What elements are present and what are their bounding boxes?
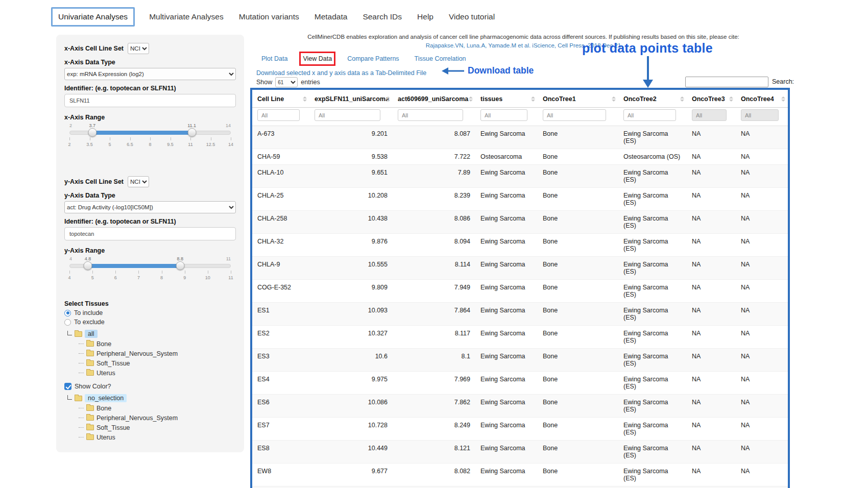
radio-to-exclude[interactable]: To exclude [64, 319, 236, 326]
tree-item[interactable]: Soft_Tissue [79, 423, 236, 432]
table-cell: Bone [538, 280, 618, 303]
slider-handle-right[interactable] [187, 128, 196, 137]
slider-bar[interactable] [88, 264, 180, 268]
nav-tab-search-ids[interactable]: Search IDs [361, 8, 403, 26]
column-filter-input[interactable] [315, 109, 380, 121]
tree-item[interactable]: Soft_Tissue [79, 358, 236, 368]
table-row[interactable]: COG-E-3529.8097.949Ewing SarcomaBoneEwin… [252, 280, 788, 303]
tree-expand-icon[interactable] [67, 395, 72, 400]
filter-row [252, 108, 788, 126]
table-row[interactable]: ES310.68.1Ewing SarcomaBoneEwing Sarcoma… [252, 349, 788, 372]
nav-tab-help[interactable]: Help [416, 8, 435, 26]
sort-icon[interactable] [729, 96, 733, 102]
column-filter-input[interactable] [543, 109, 606, 121]
table-cell: Bone [538, 257, 618, 280]
sort-icon[interactable] [612, 96, 616, 102]
tree-expand-icon[interactable] [67, 331, 72, 335]
table-cell: Bone [538, 486, 618, 488]
table-row[interactable]: ES710.7288.249Ewing SarcomaBoneEwing Sar… [252, 418, 788, 441]
show-color-checkbox-row[interactable]: Show Color? [64, 383, 236, 390]
column-filter-input[interactable] [741, 109, 779, 121]
tab-tissue-correlation[interactable]: Tissue Correlation [415, 55, 466, 62]
table-row[interactable]: ES210.3278.117Ewing SarcomaBoneEwing Sar… [252, 326, 788, 349]
nav-tab-multivariate-analyses[interactable]: Multivariate Analyses [148, 8, 225, 26]
table-row[interactable]: CHLA-329.8768.094Ewing SarcomaBoneEwing … [252, 234, 788, 257]
download-data-link[interactable]: Download selected x and y axis data as a… [256, 69, 426, 77]
table-row[interactable]: CHA-599.5387.722OsteosarcomaBoneOsteosar… [252, 149, 788, 165]
table-cell: NA [736, 188, 788, 211]
table-row[interactable]: A-6739.2018.087Ewing SarcomaBoneEwing Sa… [252, 126, 788, 149]
tree-item[interactable]: Bone [79, 339, 236, 349]
table-row[interactable]: EW89.6778.082Ewing SarcomaBoneEwing Sarc… [252, 463, 788, 486]
y-range-slider[interactable]: 4 11 4.8 8.8 4567891011 [69, 256, 231, 287]
sort-icon[interactable] [303, 96, 307, 102]
table-search-input[interactable] [685, 77, 768, 87]
sort-icon[interactable] [680, 96, 684, 102]
x-identifier-input[interactable] [64, 94, 236, 107]
column-header[interactable]: OncoTree3 [687, 90, 736, 108]
table-row[interactable]: HOS9.1547.803OsteosarcomaBoneOsteosarcom… [252, 486, 788, 488]
y-identifier-input[interactable] [64, 227, 236, 240]
tree-item[interactable]: Uterus [79, 368, 236, 378]
table-row[interactable]: CHLA-910.5558.114Ewing SarcomaBoneEwing … [252, 257, 788, 280]
tree-root-label[interactable]: no_selection [85, 394, 127, 402]
tree-root-label[interactable]: all [85, 330, 98, 338]
radio-label: To exclude [74, 319, 105, 326]
column-header[interactable]: Cell Line [252, 90, 309, 108]
column-filter-input[interactable] [480, 109, 527, 121]
sort-icon[interactable] [386, 96, 390, 102]
slider-bar[interactable] [92, 131, 192, 135]
x-cell-line-set-select[interactable]: NCI [128, 43, 149, 54]
column-header[interactable]: expSLFN11_uniSarcoma [309, 90, 393, 108]
radio-icon[interactable] [64, 310, 71, 316]
radio-to-include[interactable]: To include [64, 309, 236, 316]
tree-item[interactable]: Peripheral_Nervous_System [79, 349, 236, 358]
table-row[interactable]: ES610.0867.862Ewing SarcomaBoneEwing Sar… [252, 395, 788, 418]
sort-icon[interactable] [781, 96, 785, 102]
table-cell: ES3 [252, 349, 309, 372]
column-filter-input[interactable] [398, 109, 463, 121]
sort-icon[interactable] [469, 96, 473, 102]
tree-item[interactable]: Uterus [79, 432, 236, 442]
table-cell: Ewing Sarcoma (ES) [618, 326, 687, 349]
table-row[interactable]: CHLA-25810.4388.086Ewing SarcomaBoneEwin… [252, 211, 788, 234]
nav-tab-metadata[interactable]: Metadata [314, 8, 349, 26]
tree-item[interactable]: Bone [79, 403, 236, 413]
tree-root[interactable]: no_selection [66, 394, 236, 402]
table-row[interactable]: ES49.9757.969Ewing SarcomaBoneEwing Sarc… [252, 372, 788, 395]
nav-tab-mutation-variants[interactable]: Mutation variants [238, 8, 300, 26]
column-header[interactable]: OncoTree4 [736, 90, 788, 108]
column-header[interactable]: OncoTree1 [538, 90, 618, 108]
column-filter-input[interactable] [257, 109, 300, 121]
slider-to-label: 8.8 [177, 256, 183, 261]
nav-tab-univariate-analyses[interactable]: Univariate Analyses [51, 7, 135, 27]
tab-compare-patterns[interactable]: Compare Patterns [347, 55, 399, 62]
table-row[interactable]: CHLA-109.6517.89Ewing SarcomaBoneEwing S… [252, 165, 788, 188]
tissue-tree-include: all BonePeripheral_Nervous_SystemSoft_Ti… [66, 330, 236, 378]
tree-root[interactable]: all [66, 330, 236, 338]
x-data-type-select[interactable]: exp: mRNA Expression (log2) [64, 68, 236, 80]
y-data-type-select[interactable]: act: Drug Activity (-log10[IC50M]) [64, 201, 236, 213]
table-row[interactable]: CHLA-2510.2088.239Ewing SarcomaBoneEwing… [252, 188, 788, 211]
column-filter-input[interactable] [623, 109, 676, 121]
checkbox-icon[interactable] [64, 383, 71, 390]
tab-view-data[interactable]: View Data [303, 55, 332, 62]
tab-plot-data[interactable]: Plot Data [261, 55, 287, 62]
y-cell-line-set-select[interactable]: NCI [128, 176, 149, 187]
table-row[interactable]: ES810.4498.121Ewing SarcomaBoneEwing Sar… [252, 441, 788, 463]
table-cell: 8.114 [393, 257, 475, 280]
column-header[interactable]: act609699_uniSarcoma [393, 90, 475, 108]
x-range-slider[interactable]: 2 14 3.7 11.1 23.556.589.51112.514 [69, 123, 231, 154]
slider-handle-right[interactable] [176, 261, 184, 270]
radio-icon[interactable] [64, 319, 71, 326]
slider-handle-left[interactable] [84, 261, 92, 270]
nav-tab-video-tutorial[interactable]: Video tutorial [448, 8, 496, 26]
slider-handle-left[interactable] [88, 128, 97, 137]
tree-item[interactable]: Peripheral_Nervous_System [79, 413, 236, 423]
column-header[interactable]: tissues [475, 90, 538, 108]
column-filter-input[interactable] [692, 109, 727, 121]
sort-icon[interactable] [531, 96, 535, 102]
table-row[interactable]: ES110.0937.864Ewing SarcomaBoneEwing Sar… [252, 303, 788, 326]
column-header[interactable]: OncoTree2 [618, 90, 687, 108]
entries-count-select[interactable]: 61 [275, 77, 298, 87]
